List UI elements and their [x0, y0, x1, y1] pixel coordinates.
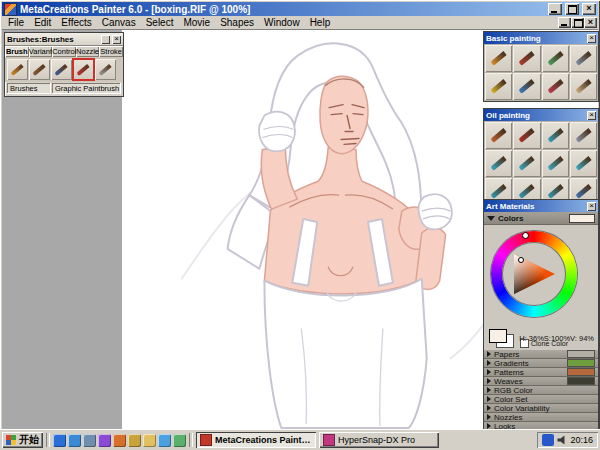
menu-item[interactable]: File	[3, 17, 29, 29]
chalk-icon[interactable]	[485, 73, 512, 100]
show-desktop-icon[interactable]	[83, 434, 96, 447]
pen-icon[interactable]	[570, 45, 597, 72]
mail-icon[interactable]	[158, 434, 171, 447]
title-bar[interactable]: MetaCreations Painter 6.0 - [boxing.RIF …	[2, 2, 598, 16]
close-button[interactable]	[582, 3, 596, 15]
painter-app-icon	[4, 3, 17, 16]
document-restore-button[interactable]	[571, 17, 584, 28]
front-color-swatch[interactable]	[489, 329, 507, 343]
pencils-icon[interactable]	[485, 45, 512, 72]
oil-painting-titlebar[interactable]: Oil painting	[484, 109, 598, 121]
menu-items: FileEditEffectsCanvasSelectMovieShapesWi…	[3, 17, 558, 29]
wet-oil-brush-icon[interactable]	[513, 150, 540, 177]
brushes-palette-titlebar[interactable]: Brushes:Brushes	[5, 33, 123, 46]
palette-zoom-box-icon[interactable]	[101, 35, 110, 44]
section-preview-swatch	[567, 359, 595, 367]
basic-painting-close-icon[interactable]	[587, 34, 596, 43]
marker-icon[interactable]	[542, 73, 569, 100]
pen-tool-icon[interactable]	[51, 59, 72, 80]
graphic-paintbrush-tool-icon[interactable]	[73, 59, 94, 80]
chevron-right-icon	[487, 396, 491, 402]
pencil-tool-icon[interactable]	[7, 59, 28, 80]
ie-icon[interactable]	[53, 434, 66, 447]
maximize-button[interactable]	[565, 3, 579, 15]
brush-category-dropdown[interactable]: Brushes	[7, 83, 51, 94]
start-button[interactable]: 开始	[2, 432, 43, 448]
thick-oil-brush-icon[interactable]	[542, 150, 569, 177]
basic-painting-titlebar[interactable]: Basic painting	[484, 32, 598, 44]
brushes-tab[interactable]: Nozzle	[76, 46, 100, 57]
palette-knife-icon[interactable]	[570, 122, 597, 149]
brushes-palette: Brushes:Brushes BrushVariantControlNozzl…	[4, 32, 124, 97]
chevron-right-icon	[487, 369, 491, 375]
brush-tool-icon[interactable]	[29, 59, 50, 80]
outlook-express-icon[interactable]	[68, 434, 81, 447]
loaded-oil-brush-icon[interactable]	[485, 150, 512, 177]
brushes-tab[interactable]: Brush	[5, 46, 29, 57]
winamp-icon[interactable]	[128, 434, 141, 447]
brush-variant-dropdown[interactable]: Graphic Paintbrush	[52, 83, 121, 94]
chevron-right-icon	[487, 405, 491, 411]
menu-item[interactable]: Shapes	[215, 17, 259, 29]
document-close-button[interactable]	[584, 17, 597, 28]
brushes-tab[interactable]: Variant	[29, 46, 53, 57]
chevron-right-icon	[487, 414, 491, 420]
chevron-right-icon	[487, 378, 491, 384]
color-swatch-row: Clone Color H: 36%S:100%V: 94%	[484, 325, 598, 352]
start-label: 开始	[19, 433, 39, 447]
oil-painting-grid	[484, 121, 598, 206]
chevron-right-icon	[487, 351, 491, 357]
brushes-palette-close-icon[interactable]	[112, 35, 121, 44]
art-materials-close-icon[interactable]	[587, 202, 596, 211]
menu-item[interactable]: Select	[141, 17, 179, 29]
brush-selectors: Brushes Graphic Paintbrush	[5, 82, 123, 96]
bristle-brush-icon[interactable]	[485, 122, 512, 149]
brush-tool-row	[5, 57, 123, 82]
menu-item[interactable]: Canvas	[97, 17, 141, 29]
task-hypersnap[interactable]: HyperSnap-DX Pro	[319, 432, 439, 448]
chalk-tool-icon[interactable]	[95, 59, 116, 80]
basic-painting-grid	[484, 44, 598, 101]
felt-pen-icon[interactable]	[542, 45, 569, 72]
basic-painting-title: Basic painting	[486, 34, 585, 43]
hue-marker[interactable]	[522, 232, 529, 239]
brushes-tab[interactable]: Control	[52, 46, 76, 57]
art-materials-titlebar[interactable]: Art Materials	[484, 200, 598, 212]
colors-section-header[interactable]: Colors	[484, 212, 598, 225]
fine-oil-brush-icon[interactable]	[570, 150, 597, 177]
task-metacreations-painter[interactable]: MetaCreations Painter 6...	[196, 432, 316, 448]
paintbrush-icon[interactable]	[513, 45, 540, 72]
basic-painting-palette: Basic painting	[483, 31, 599, 102]
brushes-tab[interactable]: Stroke	[99, 46, 123, 57]
colors-section-label: Colors	[498, 214, 566, 223]
chevron-right-icon	[487, 387, 491, 393]
oil-painting-close-icon[interactable]	[587, 111, 596, 120]
taskbar-divider	[46, 433, 50, 447]
menu-item[interactable]: Movie	[178, 17, 215, 29]
task-app-icon	[200, 434, 212, 446]
sable-brush-icon[interactable]	[513, 122, 540, 149]
taskbar-divider	[189, 433, 193, 447]
section-preview-swatch	[567, 377, 595, 385]
round-oil-brush-icon[interactable]	[542, 122, 569, 149]
menu-item[interactable]: Help	[305, 17, 336, 29]
input-method-indicator-icon[interactable]	[542, 434, 554, 446]
channels-icon[interactable]	[98, 434, 111, 447]
notes-icon[interactable]	[173, 434, 186, 447]
menu-item[interactable]: Window	[259, 17, 305, 29]
current-color-swatch	[569, 214, 595, 223]
speaker-icon[interactable]	[557, 435, 567, 445]
window-title: MetaCreations Painter 6.0 - [boxing.RIF …	[20, 4, 545, 15]
eraser-icon[interactable]	[570, 73, 597, 100]
art-materials-sections: Papers Gradients Patterns Weaves RGB Col…	[484, 350, 598, 430]
airbrush-icon[interactable]	[513, 73, 540, 100]
minimize-button[interactable]	[548, 3, 562, 15]
section-preview-swatch	[567, 350, 595, 358]
media-player-icon[interactable]	[113, 434, 126, 447]
folder-icon[interactable]	[143, 434, 156, 447]
art-materials-title: Art Materials	[486, 202, 585, 211]
document-minimize-button[interactable]	[558, 17, 571, 28]
menu-item[interactable]: Edit	[29, 17, 56, 29]
saturation-value-marker[interactable]	[518, 257, 524, 263]
menu-item[interactable]: Effects	[56, 17, 96, 29]
